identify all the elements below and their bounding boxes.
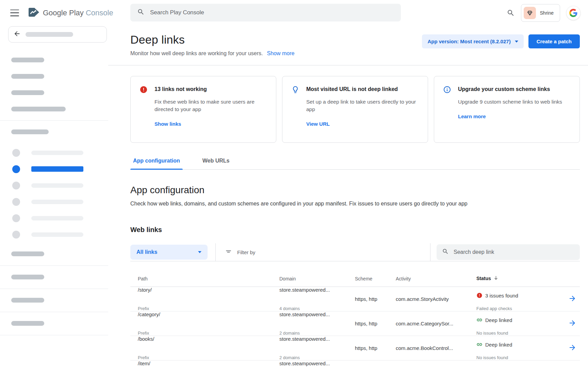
link-icon [476,317,483,323]
column-header-domain[interactable]: Domain [279,276,355,281]
sidebar-item[interactable] [0,177,108,194]
google-g-icon [569,9,577,17]
sidebar-section[interactable] [0,289,108,312]
show-links-link[interactable]: Show links [154,121,181,127]
search-icon [137,8,145,17]
link-icon [476,341,483,348]
chevron-down-icon [515,41,518,43]
google-account-avatar[interactable] [566,6,581,20]
current-app-name: Shrine [540,10,554,16]
sidebar-item[interactable] [0,144,108,161]
show-more-link[interactable]: Show more [267,50,295,57]
lightbulb-icon [291,85,300,134]
app-configuration-description: Check how web links, domains, and custom… [130,201,580,207]
skeleton-bar [11,74,44,79]
google-play-console-logo[interactable]: Google Play Console [28,7,113,19]
page-subtitle: Monitor how well deep links are working … [130,50,263,57]
open-link-arrow-icon[interactable] [568,294,576,304]
column-header-scheme[interactable]: Scheme [355,276,396,281]
sort-descending-icon [493,275,499,281]
deep-link-search-bar[interactable] [437,244,580,260]
card-body: Upgrade 9 custom scheme links to web lin… [458,98,562,106]
status-detail: No issues found [476,355,565,360]
sidebar-item[interactable] [0,210,108,226]
scheme-value: https, http [355,336,396,360]
table-row[interactable]: /story/ Prefix store.steampowered... 4 d… [130,287,580,311]
column-header-path[interactable]: Path [130,276,279,281]
links-filter-dropdown[interactable]: All links [130,245,208,260]
tab-bar: App configuration Web URLs [130,158,580,170]
column-header-status[interactable]: Status [476,275,565,281]
domain-value: store.steampowered... [279,336,355,353]
app-version-dropdown[interactable]: App version: Most recent (8.2.027) [422,34,523,48]
filter-icon [225,248,232,256]
info-icon [443,85,452,134]
skeleton-bar [11,90,44,95]
error-icon [476,292,483,298]
learn-more-link[interactable]: Learn more [458,113,486,119]
search-icon[interactable] [507,9,515,17]
sidebar-item[interactable] [0,226,108,243]
path-type: Prefix [138,355,279,360]
divider [430,243,430,261]
web-links-heading: Web links [130,226,580,234]
activity-value [396,361,476,368]
app-configuration-heading: App configuration [130,185,580,196]
page-title: Deep links [130,33,294,46]
back-navigation[interactable] [8,26,107,43]
web-links-filter-bar: All links Filter by [130,243,580,261]
scheme-value: https, http [355,287,396,311]
open-link-arrow-icon[interactable] [568,319,576,328]
play-console-logo-icon [28,7,39,19]
view-url-link[interactable]: View URL [306,121,330,127]
divider [215,243,216,261]
table-row[interactable]: /category/ Prefix store.steampowered... … [130,311,580,336]
chevron-down-icon [198,251,201,253]
console-search-input[interactable] [150,9,394,16]
deep-link-search-input[interactable] [454,249,574,255]
sidebar-section[interactable] [0,243,108,266]
sidebar-section[interactable] [0,312,108,335]
skeleton-section-label [11,129,49,134]
filter-by-control[interactable]: Filter by [225,248,255,256]
activity-value: com.acme.BookControl... [396,336,476,360]
domain-value: store.steampowered... [279,287,355,304]
table-row[interactable]: /item/ Prefix store.steampowered... Deep… [130,361,580,368]
logo-text: Google Play Console [43,9,113,17]
error-icon [140,85,148,134]
table-header-row: Path Domain Scheme Activity Status [130,261,580,287]
menu-icon[interactable] [10,10,19,16]
tab-web-urls[interactable]: Web URLs [200,158,232,169]
create-patch-button[interactable]: Create a patch [528,34,580,48]
main-content: Deep links Monitor how well deep links a… [108,26,588,368]
open-link-arrow-icon[interactable] [568,343,576,353]
domain-count: 2 domains [279,331,355,336]
domain-value: store.steampowered... [279,311,355,328]
web-links-table: Path Domain Scheme Activity Status /stor… [130,261,580,368]
sidebar-section[interactable] [0,266,108,289]
path-value: /books/ [138,336,279,353]
tab-app-configuration[interactable]: App configuration [130,158,183,169]
table-row[interactable]: /books/ Prefix store.steampowered... 2 d… [130,336,580,361]
app-selector-chip[interactable]: Shrine [521,4,560,22]
card-title: 13 links not working [154,85,267,92]
path-type: Prefix [138,306,279,311]
column-header-activity[interactable]: Activity [396,276,476,281]
console-search-bar[interactable] [130,4,401,21]
sidebar-item-deep-links-active[interactable] [0,161,108,177]
insight-cards: 13 links not working Fix these web links… [130,76,580,143]
card-title: Upgrade your custom scheme links [458,85,562,92]
links-not-working-card: 13 links not working Fix these web links… [130,76,276,143]
header-divider [108,65,588,65]
most-visited-url-card: Most visited URL is not deep linked Set … [282,76,428,143]
sidebar-item[interactable] [0,194,108,210]
sidebar [0,26,108,368]
sidebar-nav-list [0,144,108,243]
scheme-value [355,361,396,368]
path-value: /story/ [138,287,279,304]
skeleton-bar [11,107,66,111]
card-title: Most visited URL is not deep linked [306,85,419,92]
domain-count: 2 domains [279,355,355,360]
status-text: 3 issues found [485,293,518,298]
topbar: Google Play Console Shrine [0,0,588,26]
